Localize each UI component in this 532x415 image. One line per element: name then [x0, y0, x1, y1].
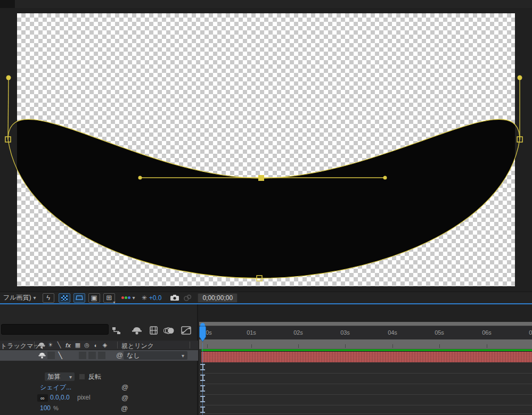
adjustment-layer-column-icon[interactable]: ◐ — [92, 341, 100, 349]
layer-motion-blur-toggle[interactable] — [88, 352, 96, 359]
row-separator — [199, 413, 532, 414]
frame-blend-column-icon[interactable]: ▦ — [73, 341, 82, 349]
opacity-unit: % — [53, 405, 59, 411]
ruler-tick — [392, 344, 393, 348]
timeline-column-header: トラックマット ☀ ╲ fx ▦ ◎ ◐ ◈ 親とリンク — [0, 341, 198, 350]
left-handle-dot[interactable] — [6, 76, 11, 80]
show-snapshot-button[interactable] — [183, 294, 192, 301]
effects-column-icon[interactable]: fx — [64, 341, 72, 349]
opacity-pickwhip-icon[interactable]: @ — [121, 404, 128, 412]
timeline-panel: トラックマット ☀ ╲ fx ▦ ◎ ◐ ◈ 親とリンク — [0, 304, 532, 415]
resolution-label: フル画質) — [3, 293, 31, 302]
fast-previews-button[interactable]: ϟ — [43, 293, 54, 303]
layer-switches-row[interactable]: ╲ @ なし ▾ — [0, 350, 198, 361]
parent-dropdown[interactable]: なし ▾ — [124, 351, 187, 360]
shape-layer-overlay[interactable] — [0, 0, 532, 292]
ruler-second-label: 01s — [247, 329, 256, 336]
composition-flowchart-button[interactable] — [111, 326, 124, 335]
shutter-icon: ✳ — [142, 294, 147, 302]
position-pickwhip-icon[interactable]: @ — [121, 394, 128, 402]
shape-fill[interactable] — [8, 119, 520, 278]
layer-quality-toggle[interactable]: ╲ — [56, 351, 64, 360]
frame-blending-button[interactable] — [148, 326, 160, 335]
rgb-channels-icon — [121, 296, 130, 299]
cti-row-marker — [200, 364, 206, 370]
opacity-value[interactable]: 100 — [40, 404, 51, 412]
parent-pickwhip-icon[interactable]: @ — [116, 351, 123, 359]
parent-dropdown-value: なし — [127, 351, 140, 360]
time-area: 00s01s02s03s04s05s06s07s — [199, 322, 532, 415]
channels-button[interactable]: ▾ — [121, 295, 135, 301]
blend-mode-dropdown[interactable]: 加算 ▾ — [45, 372, 75, 381]
collapse-transformations-column-icon[interactable]: ☀ — [46, 341, 55, 349]
right-handle-dot[interactable] — [518, 76, 522, 80]
motion-blur-button[interactable] — [163, 326, 176, 335]
shy-layers-button[interactable] — [130, 326, 143, 335]
work-area-bar[interactable] — [199, 339, 532, 349]
viewer-toolbar: フル画質) ▾ ϟ ▣ ⊞ ▾ ▾ ✳ +0.0 — [0, 292, 532, 303]
layer-duration-bar[interactable] — [201, 352, 532, 362]
grid-guides-button[interactable]: ⊞ ▾ — [103, 293, 115, 303]
ruler-second-label: 02s — [293, 329, 303, 336]
region-of-interest-button[interactable] — [73, 293, 85, 303]
composition-viewer-panel: フル画質) ▾ ϟ ▣ ⊞ ▾ ▾ ✳ +0.0 — [0, 0, 532, 304]
time-ruler[interactable]: 00s01s02s03s04s05s06s07s — [199, 326, 532, 339]
filmstrip-icon — [149, 326, 159, 335]
take-snapshot-button[interactable] — [170, 294, 179, 301]
shy-guy-icon — [132, 327, 142, 335]
ram-cache-indicator — [201, 349, 532, 351]
center-left-handle-dot[interactable] — [138, 176, 142, 180]
motion-blur-column-icon[interactable]: ◎ — [83, 341, 91, 349]
ruler-second-label: 07s — [529, 329, 532, 336]
ruler-second-label: 06s — [482, 329, 492, 336]
shy-column-icon[interactable] — [37, 341, 46, 349]
ruler-second-label: 05s — [435, 329, 444, 336]
shape-property-value[interactable]: シェイプ... — [40, 383, 71, 392]
transparency-grid-button[interactable] — [59, 293, 70, 303]
timeline-search-input[interactable] — [1, 324, 109, 335]
chevron-down-icon: ▾ — [182, 353, 184, 359]
ruler-second-label: 03s — [340, 329, 350, 336]
region-of-interest-icon — [76, 295, 83, 301]
safe-zones-button[interactable]: ▣ — [88, 293, 100, 303]
column-divider — [34, 342, 35, 348]
ruler-second-label: 04s — [388, 329, 397, 336]
layer-frame-blend-toggle[interactable] — [79, 352, 86, 359]
checkerboard-icon — [61, 295, 68, 301]
invert-checkbox[interactable] — [79, 374, 85, 380]
time-navigator-bar[interactable] — [199, 322, 532, 326]
row-separator — [199, 384, 532, 384]
center-right-handle-dot[interactable] — [383, 176, 387, 180]
layer-shy-toggle[interactable] — [38, 351, 46, 360]
camera-icon — [170, 294, 179, 301]
position-property-row: ∞ 0.0,0.0 pixel @ — [0, 393, 198, 403]
graph-editor-button[interactable] — [180, 326, 193, 335]
link-icon[interactable]: ∞ — [37, 394, 48, 402]
exposure-value[interactable]: +0.0 — [149, 294, 162, 302]
column-divider — [190, 342, 190, 348]
left-vertex-handle-line — [8, 78, 9, 139]
exposure-control[interactable]: ✳ +0.0 — [142, 294, 162, 302]
quality-column-icon[interactable]: ╲ — [55, 341, 63, 349]
blend-mode-value: 加算 — [47, 372, 60, 381]
opacity-property-row: 100 % @ — [0, 403, 198, 414]
position-unit: pixel — [77, 394, 91, 401]
viewer-timecode[interactable]: 0;00;00;00 — [198, 293, 238, 303]
show-snapshot-icon — [183, 294, 192, 301]
layer-collapse-toggle[interactable] — [47, 352, 55, 359]
cti-row-marker — [200, 406, 206, 413]
motion-blur-icon — [163, 327, 175, 335]
graph-editor-icon — [181, 326, 192, 335]
parent-link-column-label: 親とリンク — [121, 342, 154, 351]
playhead[interactable] — [199, 326, 207, 344]
position-value[interactable]: 0.0,0.0 — [50, 394, 70, 401]
shape-property-row: シェイプ... @ — [0, 382, 198, 393]
three-d-column-icon[interactable]: ◈ — [101, 341, 109, 349]
resolution-dropdown[interactable]: フル画質) ▾ — [3, 293, 36, 302]
center-vertex-selected[interactable] — [258, 175, 264, 181]
column-divider — [117, 342, 118, 348]
cti-row-marker — [200, 375, 206, 381]
shape-pickwhip-icon[interactable]: @ — [121, 383, 128, 391]
layer-3d-toggle[interactable] — [98, 352, 105, 359]
ruler-tick — [298, 344, 299, 348]
